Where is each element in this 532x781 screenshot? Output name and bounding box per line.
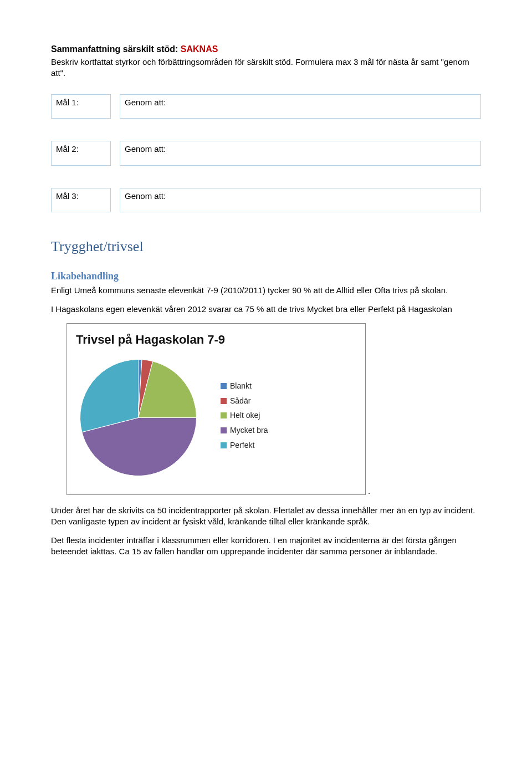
goal-1-label: Mål 1:	[51, 94, 111, 119]
legend-swatch	[221, 398, 227, 404]
title-prefix: Sammanfattning särskilt stöd:	[51, 44, 181, 54]
legend-item-helt-okej: Helt okej	[221, 410, 268, 421]
legend-swatch	[221, 383, 227, 389]
title-status: SAKNAS	[181, 44, 218, 54]
goal-row-3: Mål 3: Genom att:	[51, 188, 481, 212]
goal-3-value: Genom att:	[120, 188, 481, 212]
sub-heading-likabehandling: Likabehandling	[51, 269, 481, 283]
paragraph-4: Det flesta incidenter inträffar i klassr…	[51, 535, 481, 558]
legend-label: Mycket bra	[230, 425, 268, 436]
goal-2-value: Genom att:	[120, 141, 481, 165]
chart-period: .	[368, 486, 370, 497]
page-title: Sammanfattning särskilt stöd: SAKNAS	[51, 43, 481, 55]
paragraph-3: Under året har de skrivits ca 50 inciden…	[51, 505, 481, 528]
goal-3-label: Mål 3:	[51, 188, 111, 212]
legend-item-perfekt: Perfekt	[221, 440, 268, 451]
chart-title: Trivsel på Hagaskolan 7-9	[76, 331, 356, 348]
paragraph-1: Enligt Umeå kommuns senaste elevenkät 7-…	[51, 285, 481, 296]
legend-swatch	[221, 442, 227, 448]
goal-row-2: Mål 2: Genom att:	[51, 141, 481, 165]
goal-1-value: Genom att:	[120, 94, 481, 119]
pie-chart	[76, 355, 201, 480]
legend-swatch	[221, 427, 227, 433]
legend-label: Sådär	[230, 396, 250, 406]
legend-label: Blankt	[230, 381, 252, 391]
section-heading-trygghet: Trygghet/trivsel	[51, 237, 481, 256]
legend-label: Helt okej	[230, 410, 260, 421]
paragraph-2: I Hagaskolans egen elevenkät våren 2012 …	[51, 304, 481, 315]
legend-item-blankt: Blankt	[221, 381, 268, 391]
legend-item-sådär: Sådär	[221, 396, 268, 406]
goal-2-label: Mål 2:	[51, 141, 111, 165]
legend-swatch	[221, 412, 227, 418]
legend-item-mycket-bra: Mycket bra	[221, 425, 268, 436]
chart-trivsel: Trivsel på Hagaskolan 7-9 BlanktSådärHel…	[66, 323, 366, 495]
intro-text: Beskriv kortfattat styrkor och förbättri…	[51, 57, 481, 79]
goal-row-1: Mål 1: Genom att:	[51, 94, 481, 119]
legend-label: Perfekt	[230, 440, 254, 451]
chart-legend: BlanktSådärHelt okejMycket braPerfekt	[221, 381, 268, 455]
